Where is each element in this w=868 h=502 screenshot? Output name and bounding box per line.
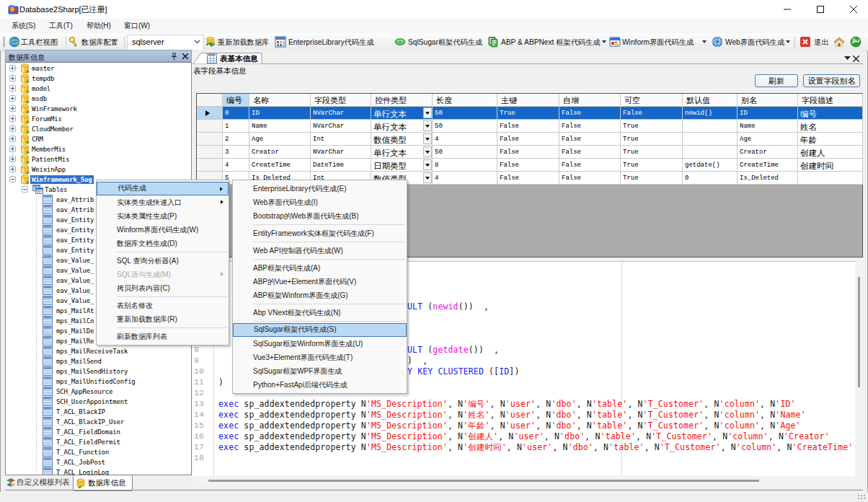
grid-cell-2-nullable[interactable]: True [621, 133, 683, 146]
grid-cell-3-alias[interactable]: Creator [738, 146, 798, 159]
tree-item-label[interactable]: eav_Value_ [55, 286, 95, 295]
menu-item[interactable]: EnterpriseLibrary代码生成(E) [233, 182, 407, 195]
tree-item-label[interactable]: mps_MailReceiveTask [55, 347, 129, 356]
menu-item[interactable]: 实体类生成快速入口 [97, 195, 229, 209]
tree-table-26[interactable]: T_ACL_JobPost [6, 457, 191, 467]
collapse-icon[interactable] [9, 176, 16, 182]
dock-panel-header[interactable]: 数据库信息 [5, 50, 192, 62]
resize-grip-icon[interactable] [857, 494, 867, 501]
expand-icon[interactable] [9, 146, 16, 152]
tree-database-CloudMember[interactable]: CloudMember [6, 124, 191, 134]
menu-item[interactable]: Winform界面代码生成(W) [97, 223, 229, 237]
menubar-item-1[interactable]: 系统(S) [6, 20, 41, 32]
grid-cell-2-control[interactable]: 数值类型 [371, 133, 433, 146]
toolbar-button-6[interactable]: ABP & ABPNext 框架代码生成 [501, 38, 600, 48]
expand-icon[interactable] [9, 166, 16, 172]
sqlsugar-codegen-icon[interactable] [394, 36, 406, 48]
tree-table-25[interactable]: T_ACL_Function [6, 447, 191, 457]
menubar-item-4[interactable]: 窗口(W) [118, 20, 156, 32]
grid-cell-4-len[interactable]: 8 [433, 159, 497, 172]
toolbar-button-1[interactable]: 工具栏视图 [21, 38, 58, 48]
tree-database-master[interactable]: master [6, 63, 191, 74]
chevron-down-icon[interactable] [194, 40, 200, 44]
grid-column-header-7[interactable]: 自增 [559, 94, 621, 107]
tree-item-label[interactable]: eav_Entity [55, 226, 95, 234]
grid-cell-2-type[interactable]: Int [311, 133, 371, 146]
tree-item-label[interactable]: WinFramework [30, 105, 79, 113]
grid-column-header-1[interactable]: 编号 [223, 94, 249, 107]
tree-database-CRM[interactable]: CRM [6, 134, 191, 144]
grid-row-header-4[interactable] [197, 159, 223, 172]
grid-column-header-4[interactable]: 控件类型 [371, 94, 433, 107]
tab-close-icon[interactable] [853, 56, 859, 62]
grid-cell-3-name[interactable]: Creator [249, 146, 311, 159]
grid-row-header-2[interactable] [197, 133, 223, 146]
tree-item-label[interactable]: mps_MailUnifiedConfig [55, 377, 137, 386]
reload-db-icon[interactable] [205, 36, 216, 48]
grid-cell-5-desc[interactable] [798, 172, 863, 185]
tree-item-label[interactable]: eav_Value_ [55, 266, 95, 275]
expand-icon[interactable] [9, 105, 16, 112]
vertical-scrollbar-thumb[interactable] [858, 277, 860, 387]
grid-cell-3-desc[interactable]: 创建人 [798, 146, 863, 159]
menu-item[interactable]: Vue3+Element界面代码生成(T) [233, 351, 407, 364]
grid-cell-0-desc[interactable]: 编号 [798, 107, 863, 120]
expand-icon[interactable] [9, 95, 16, 102]
menu-item[interactable]: 实体类属性生成(P) [97, 209, 229, 223]
horizontal-scrollbar-thumb[interactable] [208, 480, 759, 482]
winform-codegen-icon[interactable] [609, 36, 621, 48]
tree-item-label[interactable]: eav_Entity [55, 236, 95, 245]
grid-column-header-8[interactable]: 可空 [621, 94, 683, 107]
grid-column-header-3[interactable]: 字段类型 [311, 94, 371, 107]
grid-cell-1-nullable[interactable]: True [621, 120, 683, 133]
grid-cell-4-pk[interactable]: False [497, 159, 559, 172]
db-config-icon[interactable] [68, 36, 80, 48]
grid-cell-5-len[interactable]: 4 [433, 172, 497, 185]
cell-combo-arrow-icon[interactable] [423, 133, 432, 144]
dock-close-icon[interactable] [182, 53, 188, 59]
dock-tab-1[interactable]: 自定义模板列表 [5, 475, 73, 490]
grid-cell-4-type[interactable]: DateTime [311, 159, 371, 172]
toolbar-button-5[interactable]: SqlSugar框架代码生成 [408, 38, 482, 48]
tree-item-label[interactable]: master [30, 64, 56, 73]
document-tab-label[interactable]: 表基本信息 [220, 54, 258, 64]
menu-item[interactable]: SQL 查询分析器(A) [97, 254, 229, 268]
grid-cell-2-alias[interactable]: Age [738, 133, 798, 146]
tree-table-15[interactable]: mps_MailReceiveTask [6, 346, 191, 356]
menu-item[interactable]: ABP框架Winform界面生成(G) [233, 289, 407, 302]
grid-cell-3-len[interactable]: 50 [433, 146, 497, 159]
tree-item-label[interactable]: WeixinApp [30, 165, 67, 174]
tree-item-label[interactable]: PatientMis [30, 155, 71, 164]
toolbar-grip[interactable] [3, 37, 5, 47]
grid-cell-1-desc[interactable]: 姓名 [798, 120, 863, 133]
menu-item[interactable]: Bootstrap的Web界面代码生成(B) [233, 209, 407, 223]
tree-item-label[interactable]: T_ACL_FieldPermit [55, 438, 122, 446]
grid-cell-3-control[interactable]: 单行文本 [371, 146, 433, 159]
grid-cell-2-len[interactable]: 4 [433, 133, 497, 146]
cell-combo-arrow-icon[interactable] [423, 120, 432, 131]
expand-icon[interactable] [9, 126, 16, 132]
tree-item-label[interactable]: eav_Value_ [55, 276, 95, 285]
grid-cell-4-control[interactable]: 日期类型 [371, 159, 433, 172]
grid-cell-4-desc[interactable]: 创建时间 [798, 159, 863, 172]
tree-item-label[interactable]: SCH_AppResource [55, 387, 114, 396]
grid-cell-3-pk[interactable]: False [497, 146, 559, 159]
tree-database-tempdb[interactable]: tempdb [6, 74, 191, 84]
set-alias-button[interactable]: 设置字段别名 [803, 74, 860, 87]
tree-item-label[interactable]: mps_MailDe [55, 327, 95, 335]
menubar-item-2[interactable]: 工具(T) [43, 20, 79, 32]
tree-item-label[interactable]: eav_Value_ [55, 296, 95, 305]
tree-item-label[interactable]: mps_MailSend [55, 357, 103, 366]
tree-item-label[interactable]: Winframework_Sug [30, 175, 94, 184]
grid-cell-1-num[interactable]: 1 [223, 120, 249, 133]
tree-item-label[interactable]: Tables [43, 185, 68, 194]
grid-cell-1-inc[interactable]: False [559, 120, 621, 133]
code-vertical-scrollbar[interactable] [855, 261, 863, 475]
grid-cell-0-pk[interactable]: True [497, 107, 559, 120]
green-globe-icon[interactable] [850, 36, 862, 48]
tree-table-21[interactable]: T_ACL_BlackIP [6, 407, 191, 417]
maximize-button[interactable] [802, 0, 835, 19]
grid-column-header-11[interactable]: 字段描述 [798, 94, 863, 107]
grid-row-header-1[interactable] [197, 120, 223, 133]
expand-icon[interactable] [9, 75, 16, 82]
